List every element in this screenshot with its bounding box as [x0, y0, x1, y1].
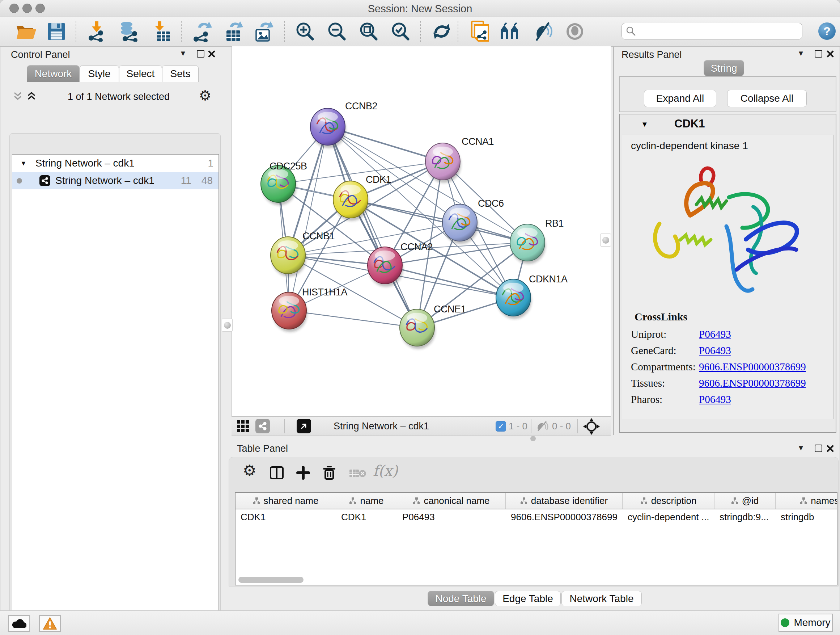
- delete-column-trash-icon[interactable]: [322, 465, 336, 480]
- node-CCNE1[interactable]: CCNE1: [400, 304, 466, 349]
- crosslink-row: Uniprot:P06493: [622, 326, 834, 342]
- main-toolbar: ?: [0, 17, 840, 47]
- column-header-database-identifier[interactable]: database identifier: [506, 493, 622, 509]
- horizontal-scrollbar[interactable]: [236, 577, 836, 583]
- network-row[interactable]: String Network – cdk1 11 48: [12, 172, 218, 189]
- left-splitter-handle[interactable]: [222, 318, 233, 332]
- crosslink-link[interactable]: P06493: [699, 345, 731, 356]
- cell-database-identifier[interactable]: 9606.ENSP00000378699: [506, 511, 622, 523]
- zoom-selected-icon[interactable]: [390, 22, 412, 41]
- network-options-gear-icon[interactable]: ⚙: [199, 88, 211, 103]
- cell-namespace[interactable]: stringdb: [775, 511, 837, 523]
- node-CDC6[interactable]: CDC6: [442, 198, 504, 244]
- node-RB1[interactable]: RB1: [510, 218, 564, 264]
- collapse-all-icon[interactable]: [12, 91, 23, 103]
- zoom-fit-icon[interactable]: [358, 22, 380, 41]
- show-all-icon[interactable]: [565, 22, 584, 41]
- crosslink-link[interactable]: P06493: [699, 394, 731, 405]
- zoom-in-icon[interactable]: [295, 22, 317, 41]
- tab-select[interactable]: Select: [119, 65, 162, 82]
- open-session-icon[interactable]: [15, 22, 38, 41]
- zoom-out-icon[interactable]: [327, 22, 348, 41]
- collapse-all-button[interactable]: Collapse All: [727, 90, 807, 107]
- create-column-plus-icon[interactable]: [296, 466, 310, 480]
- tab-style[interactable]: Style: [80, 65, 119, 82]
- results-panel-close-icon[interactable]: [826, 50, 834, 58]
- save-session-icon[interactable]: [46, 22, 66, 41]
- control-panel-float-icon[interactable]: [197, 50, 204, 57]
- table-header-row: shared namenamecanonical namedatabase id…: [235, 493, 837, 509]
- warning-icon: [43, 617, 57, 630]
- expand-all-button[interactable]: Expand All: [644, 90, 716, 107]
- right-splitter-handle[interactable]: [600, 233, 611, 247]
- birdseye-view-icon[interactable]: [499, 22, 523, 41]
- node-HIST1H1A[interactable]: HIST1H1A: [272, 287, 347, 332]
- control-panel-menu-icon[interactable]: ▼: [180, 49, 187, 57]
- column-header-canonical-name[interactable]: canonical name: [397, 493, 506, 509]
- tab-node-table[interactable]: Node Table: [428, 591, 494, 606]
- edge-HIST1H1A-CCNE1[interactable]: [289, 310, 417, 328]
- column-header-namespace[interactable]: namespace: [775, 493, 837, 509]
- cell--id[interactable]: stringdb:9...: [714, 511, 775, 523]
- results-panel-float-icon[interactable]: [815, 50, 822, 57]
- tab-edge-table[interactable]: Edge Table: [495, 591, 561, 606]
- cloud-status-button[interactable]: [8, 615, 30, 632]
- crosshair-icon[interactable]: [583, 418, 600, 435]
- export-table-icon[interactable]: [222, 22, 246, 41]
- export-network-icon[interactable]: [192, 22, 216, 41]
- node-label-RB1: RB1: [545, 218, 564, 229]
- cell-description[interactable]: cyclin-dependent ...: [622, 511, 714, 523]
- help-button[interactable]: ?: [818, 22, 836, 40]
- search-input[interactable]: [636, 25, 793, 37]
- column-header-description[interactable]: description: [622, 493, 714, 509]
- grid-view-icon[interactable]: [237, 420, 249, 432]
- edge-CCNB2-HIST1H1A[interactable]: [289, 127, 328, 310]
- detach-view-icon[interactable]: [297, 419, 311, 433]
- table-panel-menu-icon[interactable]: ▼: [797, 444, 805, 452]
- node-label-CCNA1: CCNA1: [462, 136, 494, 147]
- crosslink-link[interactable]: P06493: [699, 328, 731, 340]
- results-panel-menu-icon[interactable]: ▼: [797, 49, 805, 57]
- scrollbar-thumb[interactable]: [238, 577, 303, 583]
- import-network-database-icon[interactable]: [117, 22, 142, 41]
- expand-all-icon[interactable]: [26, 91, 37, 103]
- tab-network[interactable]: Network: [27, 65, 80, 82]
- import-network-file-icon[interactable]: [86, 22, 109, 41]
- cell-shared-name[interactable]: CDK1: [235, 511, 336, 523]
- crosslink-link[interactable]: 9606.ENSP00000378699: [699, 377, 806, 389]
- network-share-view-icon[interactable]: [256, 419, 270, 433]
- cell-name[interactable]: CDK1: [336, 511, 397, 523]
- table-panel-close-icon[interactable]: [826, 445, 834, 453]
- control-panel-close-icon[interactable]: [208, 50, 216, 58]
- apply-layout-icon[interactable]: [431, 22, 452, 41]
- network-graph[interactable]: CCNB2CCNA1CDC25BCDK1CDC6RB1CCNB1CCNA2CDK…: [232, 46, 610, 416]
- table-panel-float-icon[interactable]: [815, 445, 822, 452]
- column-header--id[interactable]: @id: [714, 493, 775, 509]
- memory-button[interactable]: Memory: [778, 614, 833, 632]
- column-header-name[interactable]: name: [336, 493, 397, 509]
- gene-section-expand-icon[interactable]: ▼: [641, 120, 648, 128]
- hide-selected-icon[interactable]: [533, 22, 554, 41]
- show-columns-icon[interactable]: [270, 466, 284, 480]
- collection-expand-icon[interactable]: ▼: [20, 160, 27, 167]
- node-CDC25B[interactable]: CDC25B: [261, 161, 307, 205]
- tab-network-table[interactable]: Network Table: [561, 591, 642, 606]
- network-canvas[interactable]: CCNB2CCNA1CDC25BCDK1CDC6RB1CCNB1CCNA2CDK…: [232, 46, 611, 416]
- cell-canonical-name[interactable]: P06493: [397, 511, 506, 523]
- node-CCNB2[interactable]: CCNB2: [310, 101, 377, 148]
- column-header-shared-name[interactable]: shared name: [235, 493, 336, 509]
- warning-status-button[interactable]: [39, 615, 61, 632]
- export-image-icon[interactable]: [252, 22, 276, 41]
- selected-checkbox-icon[interactable]: ✓: [496, 421, 506, 432]
- table-row[interactable]: CDK1CDK1P064939606.ENSP00000378699cyclin…: [235, 509, 837, 524]
- crosslink-link[interactable]: 9606.ENSP00000378699: [699, 361, 806, 373]
- network-clipboard-icon[interactable]: [469, 22, 491, 41]
- table-options-gear-icon[interactable]: ⚙: [243, 462, 256, 479]
- network-collection-row[interactable]: ▼ String Network – cdk1 1: [12, 155, 218, 172]
- node-CDKN1A[interactable]: CDKN1A: [496, 274, 568, 319]
- node-CCNA1[interactable]: CCNA1: [425, 136, 494, 183]
- results-splitter[interactable]: [613, 46, 614, 435]
- tab-string[interactable]: String: [704, 60, 744, 76]
- tab-sets[interactable]: Sets: [162, 65, 199, 82]
- import-table-file-icon[interactable]: [151, 22, 172, 41]
